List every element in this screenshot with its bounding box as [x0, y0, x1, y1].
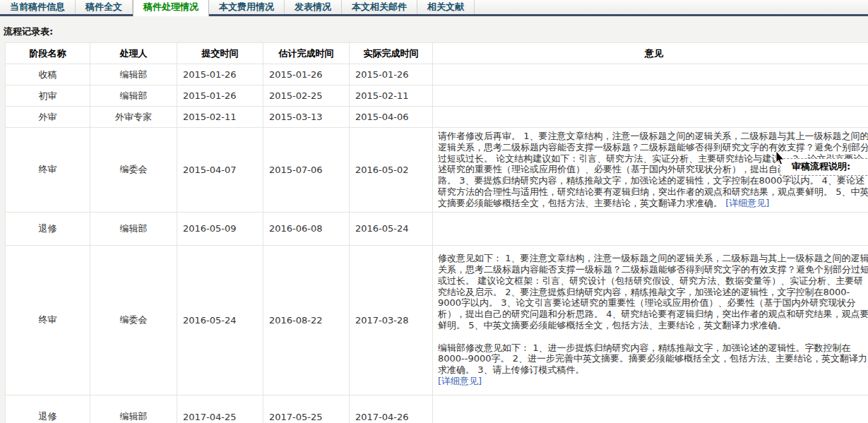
stage-cell: 终审 — [6, 245, 90, 395]
table-row-revision-1: 退修 编辑部 2016-05-09 2016-06-08 2016-05-24 — [6, 212, 868, 245]
opinion-cell — [433, 64, 868, 85]
submit-time-cell: 2015-01-26 — [177, 64, 263, 85]
opinion-cell: 修改意见如下： 1、要注意文章结构，注意一级标题之间的逻辑关系，二级标题与其上一… — [433, 245, 868, 395]
stage-cell: 终审 — [6, 128, 90, 213]
handler-cell: 外审专家 — [90, 107, 177, 128]
handler-cell: 编委会 — [90, 128, 177, 213]
detail-opinion-link[interactable]: [详细意见] — [438, 376, 482, 386]
tab-related-emails[interactable]: 本文相关邮件 — [342, 0, 417, 14]
header-handler: 处理人 — [90, 43, 177, 64]
header-actual-finish-time: 实际完成时间 — [350, 43, 433, 64]
submit-time-cell: 2017-04-25 — [177, 395, 263, 423]
table-row-receive: 收稿 编辑部 2015-01-26 2015-01-26 2015-01-26 — [6, 64, 868, 85]
actual-time-cell: 2016-05-24 — [350, 212, 433, 245]
tab-manuscript-fulltext[interactable]: 稿件全文 — [76, 0, 133, 14]
estimated-time-cell: 2016-06-08 — [263, 212, 350, 245]
estimated-time-cell: 2015-02-25 — [263, 85, 350, 107]
actual-time-cell: 2017-03-28 — [350, 245, 433, 395]
flow-record-table-title: 流程记录表: — [4, 25, 868, 38]
estimated-time-cell: 2015-07-06 — [263, 128, 350, 213]
actual-time-cell: 2015-02-11 — [350, 85, 433, 107]
submit-time-cell: 2015-02-11 — [177, 107, 263, 128]
actual-time-cell: 2017-04-26 — [350, 395, 433, 423]
opinion-cell — [433, 107, 868, 128]
detail-opinion-link[interactable]: [详细意见] — [725, 198, 769, 208]
opinion-cell — [433, 212, 868, 245]
header-opinion: 意见 — [433, 43, 868, 64]
stage-cell: 退修 — [6, 395, 90, 423]
tab-current-manuscript-info[interactable]: 当前稿件信息 — [0, 0, 76, 14]
stage-cell: 外审 — [6, 107, 90, 128]
tab-publication-status[interactable]: 发表情况 — [285, 0, 342, 14]
actual-time-cell: 2015-04-06 — [350, 107, 433, 128]
estimated-time-cell: 2016-08-22 — [263, 245, 350, 395]
stage-cell: 收稿 — [6, 64, 90, 85]
handler-cell: 编委会 — [90, 245, 177, 395]
opinion-paragraph-spacer — [438, 331, 868, 342]
header-stage-name: 阶段名称 — [6, 43, 90, 64]
header-estimated-finish-time: 估计完成时间 — [263, 43, 350, 64]
handler-cell: 编辑部 — [90, 85, 177, 107]
handler-cell: 编辑部 — [90, 64, 177, 85]
estimated-time-cell: 2017-05-25 — [263, 395, 350, 423]
table-row-revision-2: 退修 编辑部 2017-04-25 2017-05-25 2017-04-26 — [6, 395, 868, 423]
table-row-final-review-1: 终审 编委会 2015-04-07 2015-07-06 2016-05-02 … — [6, 128, 868, 213]
actual-time-cell: 2016-05-02 — [350, 128, 433, 213]
stage-cell: 退修 — [6, 212, 90, 245]
opinion-cell — [433, 395, 868, 423]
handler-cell: 编辑部 — [90, 212, 177, 245]
handler-cell: 编辑部 — [90, 395, 177, 423]
opinion-paragraph-2: 编辑部修改意见如下： 1、进一步提炼归纳研究内容，精练推敲文字，加强论述的逻辑性… — [438, 342, 868, 376]
actual-time-cell: 2015-01-26 — [350, 64, 433, 85]
submit-time-cell: 2015-04-07 — [177, 128, 263, 213]
tab-fee-info[interactable]: 本文费用情况 — [209, 0, 285, 14]
tab-processing-status[interactable]: 稿件处理情况 — [133, 0, 209, 16]
flow-record-table: 阶段名称 处理人 提交时间 估计完成时间 实际完成时间 意见 收稿 编辑部 20… — [5, 42, 868, 423]
table-row-first-review: 初审 编辑部 2015-01-26 2015-02-25 2015-02-11 — [6, 85, 868, 107]
manuscript-tab-bar: 当前稿件信息 稿件全文 稿件处理情况 本文费用情况 发表情况 本文相关邮件 相关… — [0, 0, 868, 16]
estimated-time-cell: 2015-03-13 — [263, 107, 350, 128]
submit-time-cell: 2016-05-09 — [177, 212, 263, 245]
table-header-row: 阶段名称 处理人 提交时间 估计完成时间 实际完成时间 意见 — [6, 43, 868, 64]
table-row-external-review: 外审 外审专家 2015-02-11 2015-03-13 2015-04-06 — [6, 107, 868, 128]
opinion-paragraph-1: 修改意见如下： 1、要注意文章结构，注意一级标题之间的逻辑关系，二级标题与其上一… — [438, 253, 868, 331]
tab-related-literature[interactable]: 相关文献 — [417, 0, 475, 14]
submit-time-cell: 2016-05-24 — [177, 245, 263, 395]
submit-time-cell: 2015-01-26 — [177, 85, 263, 107]
estimated-time-cell: 2015-01-26 — [263, 64, 350, 85]
header-submit-time: 提交时间 — [177, 43, 263, 64]
review-process-tooltip: 审稿流程说明: — [780, 158, 868, 176]
mouse-cursor-icon — [775, 151, 785, 166]
table-row-final-review-2: 终审 编委会 2016-05-24 2016-08-22 2017-03-28 … — [6, 245, 868, 395]
stage-cell: 初审 — [6, 85, 90, 107]
opinion-cell — [433, 85, 868, 107]
